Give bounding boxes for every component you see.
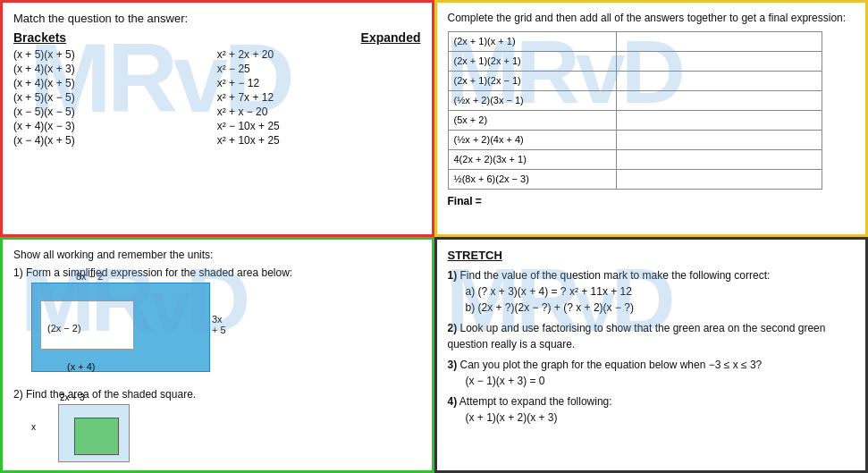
sub-item-2-0: (x − 1)(x + 3) = 0 xyxy=(466,373,855,389)
label-bottom: (x + 4) xyxy=(67,361,95,372)
stretch-questions: 1) Find the value of the question mark t… xyxy=(448,267,855,426)
grid-row: (5x + 2) xyxy=(448,110,822,130)
grid-panel: MRvD Complete the grid and then add all … xyxy=(434,0,869,237)
grid-ans-6 xyxy=(616,149,822,169)
match-left-4: (x − 5)(x − 5) xyxy=(13,106,197,118)
q-number-0: 1) xyxy=(448,269,458,282)
q1-text: 1) Form a simplified expression for the … xyxy=(13,266,421,279)
match-title: Match the question to the answer: xyxy=(13,12,421,25)
match-left-6: (x − 4)(x + 5) xyxy=(13,134,197,147)
match-left-5: (x + 4)(x − 3) xyxy=(13,120,197,132)
stretch-q-2: 3) Can you plot the graph for the equati… xyxy=(448,357,855,389)
stretch-panel: MRvD STRETCH 1) Find the value of the qu… xyxy=(434,237,869,474)
q2-diagram: 2x + 3 x xyxy=(31,404,139,467)
grid-table: (2x + 1)(x + 1)(2x + 1)(2x + 1)(2x + 1)(… xyxy=(448,31,822,190)
match-row: (x − 5)(x − 5)x² + x − 20 xyxy=(13,106,421,118)
grid-expr-2: (2x + 1)(2x − 1) xyxy=(448,71,616,90)
grid-ans-0 xyxy=(616,31,822,51)
label-right: 3x + 5 xyxy=(212,314,228,335)
grid-ans-7 xyxy=(616,169,822,189)
grid-ans-2 xyxy=(616,71,822,90)
col-header-expanded: Expanded xyxy=(361,30,421,45)
match-row: (x + 4)(x − 3)x² − 10x + 25 xyxy=(13,120,421,132)
match-left-2: (x + 4)(x + 5) xyxy=(13,77,197,89)
q-number-3: 4) xyxy=(448,395,458,408)
label-top: 8x − 2 xyxy=(76,271,103,282)
grid-row: (½x + 2)(3x − 1) xyxy=(448,90,822,110)
q2-label-side: x xyxy=(31,422,36,432)
stretch-title: STRETCH xyxy=(448,249,855,262)
working-title: Show all working and remember the units: xyxy=(13,249,421,261)
match-right-6: x² + 10x + 25 xyxy=(217,134,421,147)
q2-inner xyxy=(74,418,119,455)
match-left-0: (x + 5)(x + 5) xyxy=(13,48,197,61)
grid-row: ½(8x + 6)(2x − 3) xyxy=(448,169,822,189)
grid-row: (2x + 1)(x + 1) xyxy=(448,31,822,51)
grid-ans-4 xyxy=(616,110,822,130)
final-label: Final = xyxy=(448,195,482,207)
grid-ans-5 xyxy=(616,130,822,149)
stretch-q-0: 1) Find the value of the question mark t… xyxy=(448,267,855,316)
grid-expr-1: (2x + 1)(2x + 1) xyxy=(448,51,616,71)
match-row: (x + 4)(x + 3)x² − 25 xyxy=(13,63,421,75)
stretch-q-1: 2) Look up and use factorising to show t… xyxy=(448,320,855,352)
sub-item-0-1: b) (2x + ?)(2x − ?) + (? x + 2)(x − ?) xyxy=(466,300,855,316)
grid-expr-4: (5x + 2) xyxy=(448,110,616,130)
match-right-1: x² − 25 xyxy=(217,63,421,75)
q2-label-width: 2x + 3 xyxy=(60,393,85,402)
grid-ans-3 xyxy=(616,90,822,110)
match-row: (x + 4)(x + 5)x² + − 12 xyxy=(13,77,421,89)
match-right-4: x² + x − 20 xyxy=(217,106,421,118)
grid-expr-5: (½x + 2)(4x + 4) xyxy=(448,130,616,149)
grid-expr-3: (½x + 2)(3x − 1) xyxy=(448,90,616,110)
q1-diagram: 8x − 2 3x + 5 (2x − 2) (x + 4) xyxy=(31,283,228,381)
match-panel: MRvD Match the question to the answer: B… xyxy=(0,0,434,237)
match-row: (x + 5)(x − 5)x² + 7x + 12 xyxy=(13,91,421,104)
match-right-5: x² − 10x + 25 xyxy=(217,120,421,132)
grid-expr-6: 4(2x + 2)(3x + 1) xyxy=(448,149,616,169)
grid-title: Complete the grid and then add all of th… xyxy=(448,12,855,26)
q-number-1: 2) xyxy=(448,322,458,334)
match-row: (x − 4)(x + 5)x² + 10x + 25 xyxy=(13,134,421,147)
grid-row: (½x + 2)(4x + 4) xyxy=(448,130,822,149)
final-row: Final = xyxy=(448,195,855,207)
label-inner: (2x − 2) xyxy=(47,323,81,334)
q-number-2: 3) xyxy=(448,359,458,371)
match-right-0: x² + 2x + 20 xyxy=(217,48,421,61)
sub-item-0-0: a) (? x + 3)(x + 4) = ? x² + 11x + 12 xyxy=(466,283,855,300)
grid-row: 4(2x + 2)(3x + 1) xyxy=(448,149,822,169)
match-left-3: (x + 5)(x − 5) xyxy=(13,91,197,104)
grid-expr-0: (2x + 1)(x + 1) xyxy=(448,31,616,51)
stretch-q-3: 4) Attempt to expand the following:(x + … xyxy=(448,393,855,426)
grid-expr-7: ½(8x + 6)(2x − 3) xyxy=(448,169,616,189)
match-row: (x + 5)(x + 5)x² + 2x + 20 xyxy=(13,48,421,61)
working-panel: MRvD Show all working and remember the u… xyxy=(0,237,434,474)
main-grid: MRvD Match the question to the answer: B… xyxy=(0,0,868,473)
grid-row: (2x + 1)(2x − 1) xyxy=(448,71,822,90)
col-header-brackets: Brackets xyxy=(13,30,66,45)
match-right-3: x² + 7x + 12 xyxy=(217,91,421,104)
match-left-1: (x + 4)(x + 3) xyxy=(13,63,197,75)
match-right-2: x² + − 12 xyxy=(217,77,421,89)
sub-item-3-0: (x + 1)(x + 2)(x + 3) xyxy=(466,410,855,426)
col-headers: Brackets Expanded xyxy=(13,30,421,45)
grid-ans-1 xyxy=(616,51,822,71)
match-rows: (x + 5)(x + 5)x² + 2x + 20(x + 4)(x + 3)… xyxy=(13,48,421,147)
grid-row: (2x + 1)(2x + 1) xyxy=(448,51,822,71)
